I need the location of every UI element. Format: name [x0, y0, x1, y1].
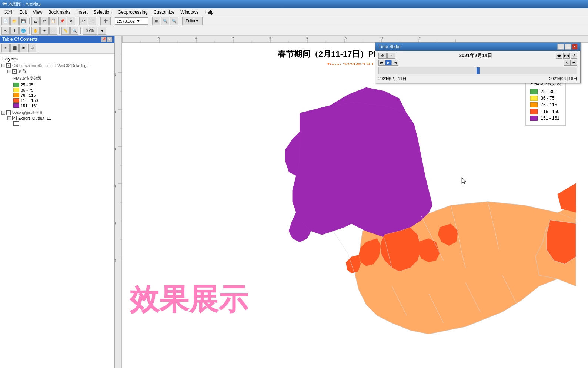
ts-expand-btn[interactable]: ▶◀ [563, 53, 570, 59]
ts-settings-btn[interactable]: ≡ [387, 53, 395, 59]
svg-text:20: 20 [115, 259, 116, 262]
save-btn[interactable]: 💾 [19, 17, 27, 25]
spring-checkbox[interactable] [12, 69, 17, 74]
ts-step-back-btn[interactable]: ⏮ [378, 60, 385, 66]
zoom-pct-dropdown[interactable]: ▼ [98, 27, 106, 35]
ts-options-btn[interactable]: ⚙ [378, 53, 387, 59]
group-2-checkbox[interactable] [6, 110, 11, 115]
add-data-btn[interactable]: ➕ [100, 17, 111, 25]
ts-loop-btn[interactable]: ↻ [564, 60, 571, 66]
toc-vis-btn[interactable]: 👁 [19, 44, 27, 52]
undo-btn[interactable]: ↩ [79, 17, 87, 25]
menu-selection[interactable]: Selection [91, 9, 115, 16]
legend-title-text: PM2.5浓度分级 [13, 75, 41, 82]
map-area[interactable]: 5 6 7 8 9 10 11 12 [115, 36, 588, 368]
legend-item-151-161: 151 - 161 [1, 103, 113, 108]
ruler-top-svg: 5 6 7 8 9 10 11 12 [122, 36, 588, 43]
ts-maximize-btn[interactable]: □ [565, 44, 571, 50]
identify-btn[interactable]: ℹ [10, 27, 19, 35]
ts-close-btn[interactable]: ✕ [572, 44, 577, 49]
ruler-left: 15 16 17 18 19 20 [115, 36, 122, 368]
ts-playback-controls-left: ⚙ ≡ [378, 53, 395, 59]
ts-play-btn[interactable]: ▶ [385, 60, 392, 66]
menu-insert[interactable]: Insert [74, 9, 91, 16]
delete-btn[interactable]: ✕ [67, 17, 75, 25]
export-checkbox[interactable] [12, 116, 17, 120]
svg-text:15: 15 [115, 73, 116, 76]
zoom-in-btn[interactable]: 🔍 [161, 17, 169, 25]
zoom-pct-btn[interactable]: 97% [83, 27, 97, 35]
print-btn[interactable]: 🖨 [31, 17, 40, 25]
scale-dropdown-icon[interactable]: ▼ [136, 19, 140, 23]
layer-group-2: - D:\song\gis\全国县 - Export_Output_11 [1, 110, 113, 126]
scale-input[interactable]: 1:573,982 ▼ [115, 17, 148, 25]
copy-btn[interactable]: 📋 [49, 17, 57, 25]
pan-icon: ✋ [33, 29, 38, 33]
app-title: 地图图 - ArcMap [8, 1, 41, 7]
toolbar-2: ↖ ℹ 🌐 ✋ + - 📏 🔍 97% ▼ [0, 26, 588, 36]
toc-list-btn[interactable]: ≡ [1, 44, 10, 52]
toc-pin-btn[interactable]: 📌 [101, 37, 106, 42]
map-legend-item-3: 76 - 115 [530, 102, 561, 107]
measure-icon: 📏 [63, 29, 68, 33]
expand-export[interactable]: - [7, 116, 11, 120]
redo-icon: ↪ [91, 19, 94, 23]
editor-btn[interactable]: Editor▼ [182, 17, 203, 25]
menu-file[interactable]: 文件 [1, 8, 16, 16]
measure-btn[interactable]: 📏 [61, 27, 70, 35]
zoom-out2-btn[interactable]: - [49, 27, 57, 35]
toc-select-btn[interactable]: ☑ [28, 44, 36, 52]
hyperlink-btn[interactable]: 🌐 [19, 27, 27, 35]
layer-export-output[interactable]: - Export_Output_11 [1, 116, 113, 121]
open-btn[interactable]: 📂 [10, 17, 19, 25]
redo-btn[interactable]: ↪ [88, 17, 96, 25]
spring-label: 春节 [18, 69, 26, 74]
toc-close-btn[interactable]: ✕ [107, 37, 112, 42]
layer-group-2-header[interactable]: - D:\song\gis\全国县 [1, 110, 113, 116]
new-btn[interactable]: 📄 [1, 17, 10, 25]
cut-btn[interactable]: ✂ [40, 17, 49, 25]
zoom-full-btn[interactable]: ⊞ [152, 17, 160, 25]
menu-customize[interactable]: Customize [151, 9, 178, 16]
select-btn[interactable]: ↖ [1, 27, 10, 35]
menu-windows[interactable]: Windows [177, 9, 201, 16]
svg-text:9: 9 [306, 37, 308, 40]
paste-btn[interactable]: 📌 [58, 17, 66, 25]
layer-group-1-header[interactable]: - C:\Users\admin\Documents\ArcGIS\Defaul… [1, 63, 113, 68]
legend-label-25-35: 25 - 35 [21, 83, 33, 87]
menu-view[interactable]: View [30, 9, 46, 16]
copy-icon: 📋 [51, 19, 56, 23]
ts-step-fwd-btn[interactable]: ⏭ [392, 60, 398, 66]
export-legend-item [1, 121, 113, 126]
delete-icon: ✕ [70, 19, 73, 23]
toc-panel: Table Of Contents 📌 ✕ ≡ ⬛ 👁 ☑ Layers - C… [0, 36, 115, 368]
pan-btn[interactable]: ✋ [31, 27, 40, 35]
ts-playback-row: ⏮ ▶ ⏭ ↻ ⇄ [378, 60, 577, 66]
expand-group-1[interactable]: - [1, 64, 5, 67]
toc-source-btn[interactable]: ⬛ [10, 44, 19, 52]
menu-geoprocessing[interactable]: Geoprocessing [115, 9, 151, 16]
map-legend-label-3: 76 - 115 [541, 102, 557, 107]
ts-track[interactable] [378, 67, 577, 74]
find-btn[interactable]: 🔍 [70, 27, 78, 35]
ts-shrink-btn[interactable]: ◀▶ [556, 53, 562, 59]
menu-bookmarks[interactable]: Bookmarks [45, 9, 73, 16]
group-2-label: D:\song\gis\全国县 [12, 110, 43, 115]
zoom-in2-btn[interactable]: + [40, 27, 49, 35]
layer-spring-festival[interactable]: - 春节 [1, 68, 113, 74]
ts-thumb[interactable] [477, 67, 480, 74]
ts-current-date: 2021年2月14日 [395, 52, 556, 59]
zoom-out-btn[interactable]: 🔍 [170, 17, 178, 25]
ts-reverse-btn[interactable]: ⇄ [571, 60, 577, 66]
legend-item-36-75: 36 - 75 [1, 87, 113, 93]
ts-reset-btn[interactable]: ↺ [571, 53, 577, 59]
menu-help[interactable]: Help [201, 9, 217, 16]
expand-group-2[interactable]: - [1, 111, 5, 115]
ts-minimize-btn[interactable]: _ [557, 44, 564, 50]
expand-spring[interactable]: - [7, 70, 11, 73]
ruler-left-svg: 15 16 17 18 19 20 [115, 36, 122, 368]
separator-9 [80, 27, 81, 34]
map-legend-swatch-3 [530, 102, 538, 107]
menu-edit[interactable]: Edit [16, 9, 30, 16]
group-1-checkbox[interactable] [6, 63, 11, 68]
